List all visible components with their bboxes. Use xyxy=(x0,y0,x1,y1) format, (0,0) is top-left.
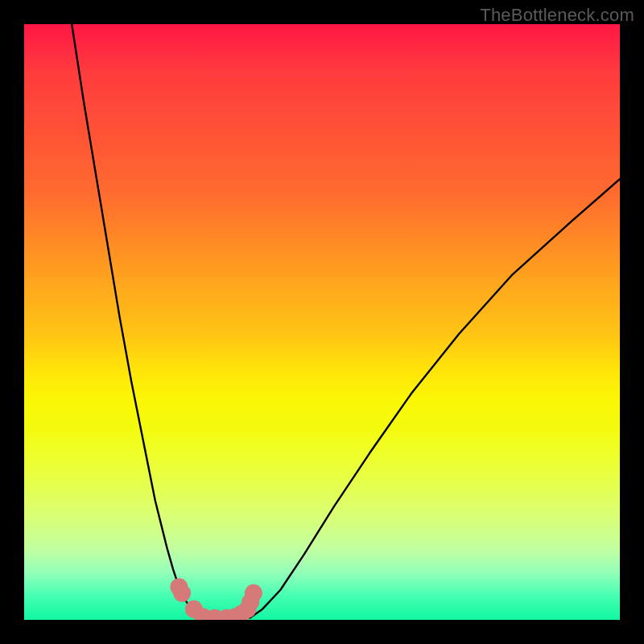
chart-plot-area xyxy=(24,24,620,620)
chart-marker xyxy=(173,584,191,602)
chart-frame: TheBottleneck.com xyxy=(0,0,644,644)
chart-line-left-curve xyxy=(72,24,203,617)
chart-line-right-curve xyxy=(250,179,620,617)
chart-marker xyxy=(245,584,262,602)
watermark-label: TheBottleneck.com xyxy=(480,5,634,26)
chart-svg xyxy=(24,24,620,620)
